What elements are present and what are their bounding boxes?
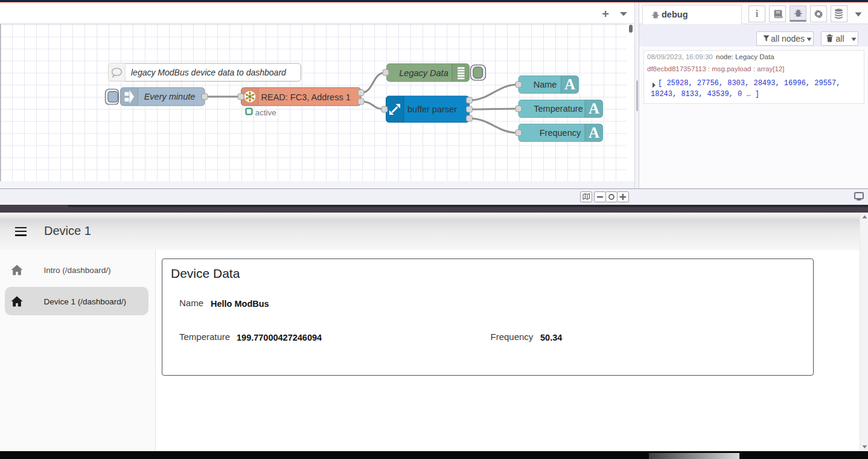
svg-text:Every minute: Every minute xyxy=(144,92,196,101)
svg-text:active: active xyxy=(255,108,276,117)
svg-text:Frequency: Frequency xyxy=(540,127,581,137)
svg-text:A: A xyxy=(564,76,575,92)
svg-text:i: i xyxy=(755,9,758,19)
svg-text:Name: Name xyxy=(534,80,557,89)
svg-text:A: A xyxy=(589,124,599,140)
svg-text:A: A xyxy=(589,100,599,117)
svg-text:buffer parser: buffer parser xyxy=(407,104,457,114)
svg-text:legacy ModBus device data to d: legacy ModBus device data to dashboard xyxy=(131,68,287,77)
svg-text:Temperature: Temperature xyxy=(534,104,582,114)
svg-text:READ: FC3, Address 1: READ: FC3, Address 1 xyxy=(261,92,351,101)
svg-text:Legacy Data: Legacy Data xyxy=(399,68,448,77)
